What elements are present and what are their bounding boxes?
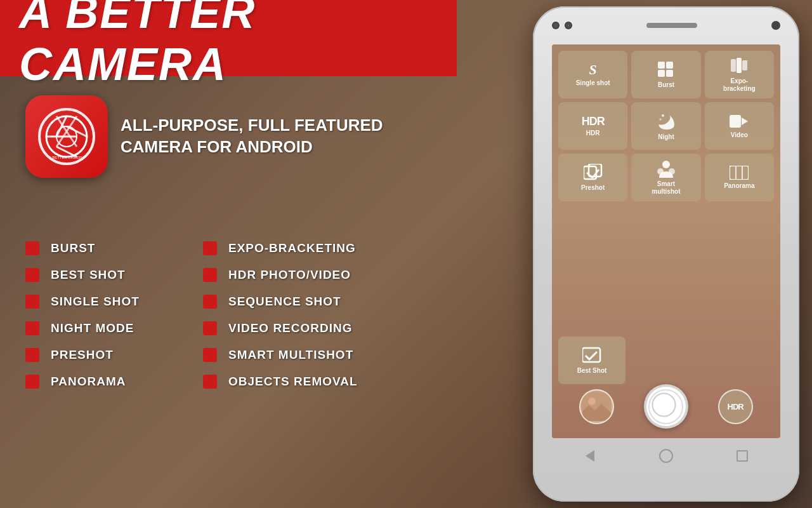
svg-rect-12 [666, 70, 673, 77]
home-icon [659, 449, 673, 463]
feature-bullet [203, 375, 217, 389]
svg-point-34 [653, 393, 676, 416]
smart-multishot-icon [657, 160, 676, 178]
feature-hdr: HDR PHOTO/VIDEO [203, 262, 419, 288]
feature-objects-removal: OBJECTS REMOVAL [203, 368, 419, 395]
svg-marker-20 [742, 117, 748, 125]
best-shot-label: Best Shot [577, 367, 607, 375]
feature-preshot: PRESHOT [25, 342, 203, 368]
camera-mode-smart-multishot[interactable]: Smartmultishot [631, 154, 700, 201]
feature-bullet [203, 348, 217, 362]
feature-bullet [25, 241, 39, 255]
svg-rect-31 [582, 348, 600, 362]
camera-modes-grid: S Single shot Burst [558, 51, 774, 201]
feature-sequence-shot: SEQUENCE SHOT [203, 288, 419, 315]
svg-rect-10 [666, 62, 673, 69]
expo-label: Expo-bracketing [723, 77, 756, 93]
phone-front-cameras [552, 22, 572, 29]
camera-mode-video[interactable]: Video [705, 102, 774, 150]
camera-bottom-controls: HDR [552, 384, 780, 429]
header-banner: A BETTER CAMERA [0, 0, 457, 76]
svg-rect-11 [658, 70, 665, 77]
svg-rect-9 [658, 62, 665, 69]
feature-bullet [203, 295, 217, 309]
photo-thumbnail[interactable] [579, 389, 614, 424]
svg-rect-14 [737, 58, 742, 73]
phone-screen: S Single shot Burst [552, 44, 780, 438]
features-left-column: BURST BEST SHOT SINGLE SHOT NIGHT MODE P… [25, 235, 203, 395]
svg-rect-13 [731, 59, 736, 72]
camera-mode-expo[interactable]: + Expo-bracketing [705, 51, 774, 98]
feature-panorama: PANORAMA [25, 368, 203, 395]
app-icon-inner: A BETTER CAMERA [38, 108, 95, 165]
feature-label: EXPO-BRACKETING [228, 241, 356, 255]
feature-bullet [203, 241, 217, 255]
feature-label: PANORAMA [51, 375, 126, 389]
phone-mockup: S Single shot Burst [533, 6, 799, 502]
hdr-label: HDR [728, 402, 743, 411]
feature-label: SINGLE SHOT [51, 295, 140, 309]
app-tagline: ALL-PURPOSE, FULL FEATUREDCAMERA FOR AND… [121, 115, 383, 158]
feature-label: PRESHOT [51, 348, 114, 362]
svg-rect-19 [730, 115, 741, 128]
single-shot-icon: S [589, 63, 597, 77]
feature-label: SEQUENCE SHOT [228, 295, 341, 309]
feature-label: NIGHT MODE [51, 321, 134, 335]
feature-smart-multishot: SMART MULTISHOT [203, 342, 419, 368]
feature-night-mode: NIGHT MODE [25, 315, 203, 342]
nav-back-button[interactable] [581, 447, 599, 465]
camera-mode-panorama[interactable]: Panorama [705, 154, 774, 201]
burst-label: Burst [658, 81, 674, 89]
phone-speaker [646, 23, 697, 28]
hdr-toggle-button[interactable]: HDR [718, 389, 753, 424]
camera-mode-preshot[interactable]: Preshot [558, 154, 627, 201]
nav-recents-button[interactable] [733, 447, 751, 465]
feature-label: BEST SHOT [51, 268, 126, 282]
camera-shutter-icon [650, 391, 678, 419]
back-icon [586, 450, 594, 462]
svg-point-18 [659, 118, 661, 120]
hdr-icon: HDR [582, 116, 605, 127]
video-label: Video [731, 131, 748, 139]
camera-app-ui: S Single shot Burst [552, 44, 780, 438]
svg-point-27 [657, 168, 664, 175]
preshot-label: Preshot [581, 184, 605, 192]
feature-label: OBJECTS REMOVAL [228, 375, 358, 389]
phone-selfie-camera [771, 21, 780, 30]
feature-video-recording: VIDEO RECORDING [203, 315, 419, 342]
svg-point-17 [662, 114, 664, 117]
feature-bullet [25, 321, 39, 335]
best-shot-icon [582, 347, 601, 364]
svg-text:A BETTER CAMERA: A BETTER CAMERA [49, 156, 84, 159]
hdr-label: HDR [586, 130, 600, 137]
feature-label: VIDEO RECORDING [228, 321, 353, 335]
front-camera-lens [552, 22, 560, 29]
nav-home-button[interactable] [657, 447, 675, 465]
shutter-button[interactable] [644, 384, 688, 429]
thumbnail-image-icon [582, 392, 611, 421]
camera-mode-night[interactable]: Night [631, 102, 700, 150]
camera-mode-hdr[interactable]: HDR HDR [558, 102, 627, 150]
app-info-section: A BETTER CAMERA ALL-PURPOSE, FULL FEATUR… [25, 95, 383, 178]
feature-bullet [25, 375, 39, 389]
smart-multishot-label: Smartmultishot [652, 180, 680, 196]
svg-rect-28 [730, 166, 749, 180]
panorama-label: Panorama [724, 182, 754, 190]
phone-navigation-bar [533, 438, 799, 473]
phone-top-bar [533, 6, 799, 44]
feature-label: SMART MULTISHOT [228, 348, 353, 362]
video-icon [730, 114, 749, 129]
feature-single-shot: SINGLE SHOT [25, 288, 203, 315]
feature-expo-bracketing: EXPO-BRACKETING [203, 235, 419, 262]
single-shot-label: Single shot [576, 79, 610, 87]
camera-mode-burst[interactable]: Burst [631, 51, 700, 98]
svg-point-26 [669, 168, 675, 175]
phone-frame: S Single shot Burst [533, 6, 799, 502]
camera-mode-best-shot[interactable]: Best Shot [558, 337, 625, 384]
feature-label: BURST [51, 241, 95, 255]
camera-mode-single-shot[interactable]: S Single shot [558, 51, 627, 98]
shutter-inner [648, 389, 683, 424]
burst-icon [657, 61, 675, 79]
svg-point-33 [588, 398, 596, 405]
feature-best-shot: BEST SHOT [25, 262, 203, 288]
